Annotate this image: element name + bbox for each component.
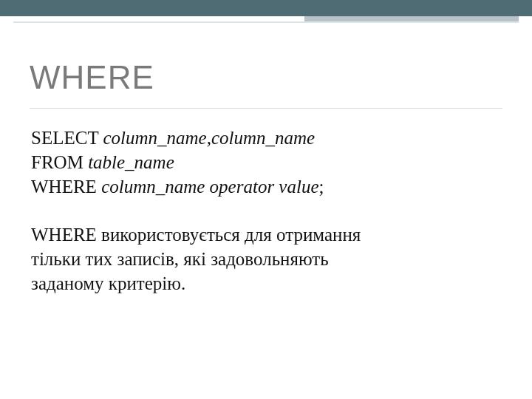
decoration-top-bar	[0, 0, 532, 16]
decoration-underline	[13, 21, 519, 23]
sql-line-where: WHERE column_name operator value;	[31, 174, 489, 199]
sql-select-keyword: SELECT	[31, 128, 103, 148]
sql-from-keyword: FROM	[31, 152, 88, 172]
sql-terminator: ;	[319, 177, 324, 197]
slide-body: SELECT column_name,column_name FROM tabl…	[31, 126, 489, 296]
description-line-3: заданому критерію.	[31, 271, 489, 296]
paragraph-gap	[31, 199, 489, 222]
sql-line-select: SELECT column_name,column_name	[31, 126, 489, 150]
slide: WHERE SELECT column_name,column_name FRO…	[0, 0, 532, 399]
sql-select-args: column_name,column_name	[103, 128, 315, 148]
sql-from-arg: table_name	[88, 152, 174, 172]
sql-where-arg: column_name operator value	[101, 177, 318, 197]
title-rule	[30, 108, 502, 109]
description-line-1: WHERE використовується для отримання	[31, 222, 489, 247]
sql-where-keyword: WHERE	[31, 177, 101, 197]
description-line-2: тільки тих записів, які задовольняють	[31, 247, 489, 271]
slide-title: WHERE	[30, 59, 154, 96]
sql-line-from: FROM table_name	[31, 150, 489, 174]
